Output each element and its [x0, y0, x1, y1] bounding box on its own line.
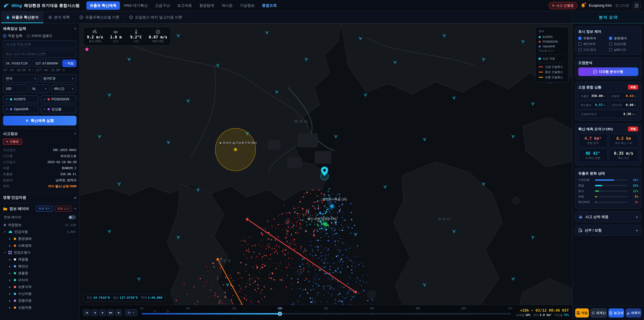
display-option-3[interactable]: 민감자원 [609, 42, 638, 46]
layer-item-10[interactable]: ▶수산자원 [8, 290, 76, 297]
map-style-tool-button[interactable] [83, 46, 90, 53]
layer-item-9[interactable]: ▶보호지역 [8, 283, 76, 290]
display-option-0[interactable]: ✓유향/유속 [578, 36, 608, 40]
layer-item-11[interactable]: ▶관광자원 [8, 297, 76, 304]
playback-speed-select[interactable]: 1× ▼ [125, 309, 137, 316]
nav-item-0[interactable]: 유출유 확산예측 [86, 1, 120, 10]
legend-label: POSEIDON [543, 40, 558, 44]
input-mode-radio-1[interactable]: 이미지 업로드 [26, 34, 53, 38]
layer-item-1[interactable]: ▼민감자원3,947 [3, 228, 76, 235]
hamburger-menu-icon[interactable] [632, 2, 641, 10]
bar-fill [595, 196, 597, 197]
chevron-down-icon[interactable]: ▼ [74, 27, 76, 30]
timeline-track[interactable] [142, 313, 510, 314]
model-checkbox-앙상블[interactable]: ✓앙상블 [40, 105, 76, 113]
fast-forward-button[interactable]: ▶▶ [107, 309, 114, 316]
tab-3[interactable]: 오일펜스 배치 알고리즘 이론 [124, 12, 187, 23]
all-layers-on-button[interactable]: 전체 켜기 [36, 206, 53, 212]
layer-item-6[interactable]: ▶해안선 [8, 263, 76, 270]
nav-item-3[interactable]: 보고자료 [174, 1, 196, 10]
stat-unit: kl [634, 95, 636, 98]
pollution-area-stat: 오염해역면적8.56 km² [578, 110, 638, 118]
layer-item-8[interactable]: ▶서식지 [8, 276, 76, 283]
layer-item-12[interactable]: ▶산업자원 [8, 304, 76, 311]
tab-1[interactable]: 분석 목록 [44, 12, 75, 23]
skip-start-button[interactable]: |◀ [83, 309, 90, 316]
divider [539, 63, 566, 63]
step-back-button[interactable]: ◀ [91, 309, 98, 316]
logout-button[interactable]: 로그아웃 [615, 3, 629, 8]
run-prediction-button[interactable]: 확산예측 실행 [3, 116, 76, 126]
tab-0[interactable]: 유출유 확산분석 [1, 12, 44, 23]
weathering-card: 유출유 풍화 상태 수면잔류58%증발22%분산12%유화5%해안부착3% [575, 168, 641, 209]
display-option-4[interactable]: 시간 표시 [578, 48, 608, 52]
owner-insurance-section[interactable]: 선주 / 보험 ▶ [575, 225, 641, 236]
보고서-button[interactable]: 보고서 [608, 308, 624, 317]
chevron-right-icon[interactable]: ▶ [74, 196, 76, 199]
input-mode-radio-0[interactable]: 직접 입력 [3, 34, 22, 38]
layer-item-4[interactable]: ▼민감도평가 [3, 249, 76, 256]
timeline-bookmark-icon[interactable]: ♡ [154, 310, 156, 313]
incident-list-input[interactable] [3, 50, 76, 58]
chevron-down-icon[interactable]: ▼ [74, 207, 76, 210]
current-time-label: +18h — 03/12 08:46 KST [516, 308, 569, 312]
layer-item-5[interactable]: ▶계절별 [8, 256, 76, 263]
amount-input[interactable] [3, 84, 28, 93]
temp-icon [134, 30, 138, 34]
skip-end-button[interactable]: ▶| [116, 309, 122, 316]
oil-type-select[interactable]: 벙커C유▼ [40, 74, 76, 83]
tab-label: 유출유 확산분석 [12, 15, 38, 20]
incident-location-pin[interactable] [321, 166, 328, 177]
stat-value: 350.00 [591, 94, 603, 98]
재계산-button[interactable]: 재계산 [590, 308, 607, 317]
nav-item-7[interactable]: 통합조회 [259, 1, 280, 10]
nav-item-1[interactable]: HNS·대기확산 [120, 1, 151, 10]
nav-item-6[interactable]: 기상정보 [237, 1, 258, 10]
pick-on-map-button[interactable]: ↑ 지도 [62, 60, 77, 67]
play-button[interactable]: ▶ [99, 309, 106, 316]
map-canvas[interactable]: 여수시화양면우두리 ◀여자만 습지보호구역 (6h)웅포해수욕장 (1h)돌산 … [80, 24, 572, 320]
nav-item-5[interactable]: 게시판 [218, 1, 236, 10]
all-layers-off-button[interactable]: 전체 끄기 [55, 206, 72, 212]
incident-name-input[interactable] [3, 41, 76, 48]
poi-marker-beach[interactable] [330, 205, 334, 208]
polygon-analysis-button[interactable]: 다각형 분석수행 [578, 68, 638, 76]
check-icon: ✓ [43, 107, 46, 111]
unit-select[interactable]: kL▼ [30, 84, 50, 93]
nav-item-2[interactable]: 긴급구난 [152, 1, 173, 10]
poi-marker-farm[interactable] [324, 222, 326, 225]
예측치-button[interactable]: 예측치 [626, 308, 641, 317]
legend-title: 범례 [539, 30, 566, 33]
radio-icon [3, 34, 6, 38]
display-option-2[interactable]: 해안부착 [578, 42, 608, 46]
duration-select[interactable]: 48시간▼ [51, 84, 76, 93]
model-checkbox-kosps[interactable]: ✓KOSPS [3, 95, 39, 103]
model-checkbox-opendrift[interactable]: ✓OpenDrift [3, 105, 39, 113]
spill-type-select[interactable]: 연속▼ [3, 74, 39, 83]
chevron-down-icon[interactable]: ▼ [74, 132, 76, 135]
display-option-1[interactable]: ✓풍향/풍속 [609, 36, 638, 40]
field-value: 350.00 kl [60, 172, 76, 176]
tab-2[interactable]: 유출유확산모델 이론 [75, 12, 124, 23]
nav-item-4[interactable]: 항공탐색 [196, 1, 218, 10]
incident-fields: 사고코드INC-2025-0042사고명씨프린스호사고일시2025-02-10 … [3, 147, 76, 189]
layer-label: 보호지역 [18, 284, 32, 289]
option-label: 해안부착 [583, 42, 595, 46]
layer-item-7[interactable]: ▶생물종 [8, 270, 76, 276]
latitude-input[interactable] [3, 60, 31, 67]
display-option-5[interactable]: 날짜시간 [609, 48, 638, 52]
ship-spec-section[interactable]: 사고 선박 제원 ▶ [575, 211, 641, 222]
prediction-input-section: 예측정보 입력 ▼ 직접 입력이미지 업로드 ↑ 지도 [3, 26, 76, 129]
notification-bell-icon[interactable] [581, 3, 586, 8]
저장-button[interactable]: 저장 [575, 308, 589, 317]
layer-item-3[interactable]: ▶사회경제 [8, 242, 76, 249]
longitude-input[interactable] [32, 60, 61, 67]
layer-item-0[interactable]: 어장정보17,129 [3, 221, 76, 228]
model-label: OpenDrift [14, 107, 28, 111]
timeline-bookmark-icon[interactable]: ♡ [166, 310, 169, 313]
master-layer-toggle[interactable] [68, 215, 76, 219]
action-label: 재계산 [596, 311, 606, 315]
layer-item-2[interactable]: ▶환경생태 [8, 235, 76, 242]
bar-percent: 58% [630, 178, 638, 182]
model-checkbox-poseidon[interactable]: ✓POSEIDON [40, 95, 76, 103]
